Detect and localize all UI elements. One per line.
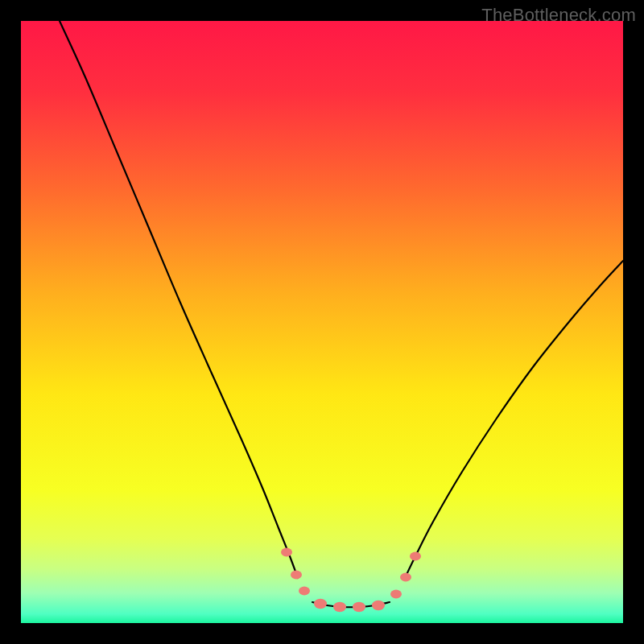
marker-dot xyxy=(372,601,385,610)
marker-dot xyxy=(291,571,302,580)
gradient-background xyxy=(21,21,623,623)
marker-dot xyxy=(333,602,346,612)
marker-dot xyxy=(314,599,327,609)
marker-dot xyxy=(299,587,310,596)
outer-frame: TheBottleneck.com xyxy=(0,0,644,644)
marker-dot xyxy=(390,590,402,599)
marker-dot xyxy=(353,602,365,612)
marker-dot xyxy=(400,573,411,582)
marker-dot xyxy=(281,548,292,557)
plot-area xyxy=(21,21,623,623)
marker-dot xyxy=(410,552,421,561)
chart-svg xyxy=(21,21,623,623)
